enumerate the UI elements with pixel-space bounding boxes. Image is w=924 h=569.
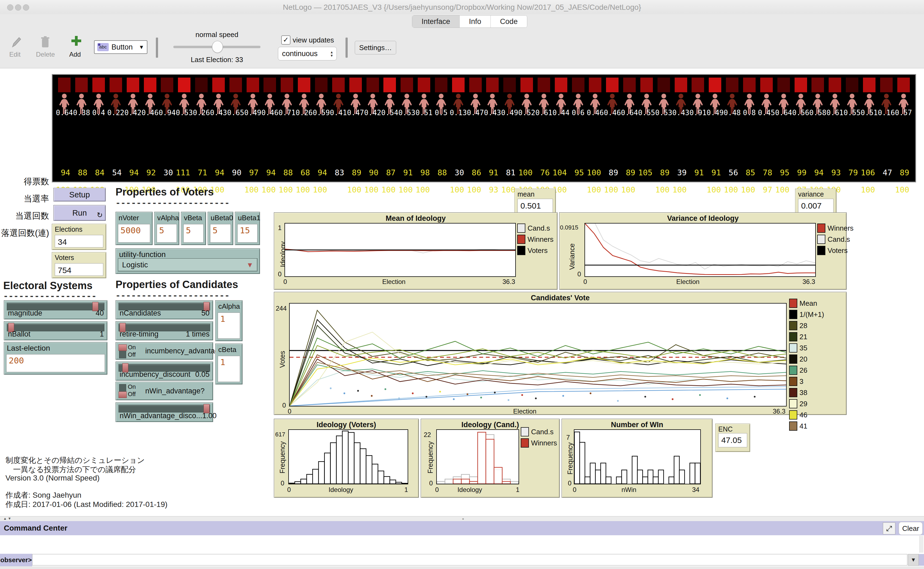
votes-row-label: 得票数 <box>0 176 49 187</box>
input-value[interactable]: 1 <box>218 356 240 382</box>
incumbency-advantage-switch[interactable]: On Off incumbency_advantage? <box>116 342 213 360</box>
legend-swatch <box>817 246 825 255</box>
legend-swatch <box>517 224 525 233</box>
command-input-field[interactable] <box>32 554 907 566</box>
party-square <box>349 78 362 92</box>
ubeta1-input[interactable]: uBeta1 15 <box>235 212 260 245</box>
cbeta-input[interactable]: cBeta 1 <box>215 344 242 385</box>
candidate-column: 0.51 <box>416 78 433 117</box>
plot-canvas <box>288 429 408 484</box>
tab-info[interactable]: Info <box>460 15 491 27</box>
legend-swatch <box>789 299 797 308</box>
votes-row: 9488845494923011171949097948868948389908… <box>56 168 912 177</box>
history-dropdown-button[interactable]: ▼ <box>908 554 919 566</box>
candidate-column: 0.52 <box>518 78 535 117</box>
switch-on-off-words: On Off <box>128 383 136 398</box>
input-value[interactable]: 5 <box>183 224 204 243</box>
slider-value: 1 <box>100 330 104 338</box>
delete-trash-icon[interactable] <box>40 35 51 49</box>
party-square <box>794 78 807 92</box>
party-square <box>897 78 910 92</box>
vote-share-label: 0.64 <box>56 109 73 117</box>
clear-button[interactable]: Clear <box>899 522 922 535</box>
scrollbar-track[interactable] <box>919 536 924 553</box>
edit-pencil-icon[interactable] <box>11 36 22 49</box>
calpha-input[interactable]: cAlpha 1 <box>215 300 242 341</box>
run-button[interactable]: Run ↻ <box>53 205 106 221</box>
input-value[interactable]: 15 <box>237 224 258 243</box>
setup-button[interactable]: Setup <box>53 188 106 201</box>
nballot-slider[interactable]: nBallot1 <box>4 321 107 340</box>
vote-share-label: 0.53 <box>398 109 416 117</box>
switch-handle[interactable] <box>119 344 127 351</box>
incumbency-discount-slider[interactable]: incumbency_discount0.05 <box>116 362 213 380</box>
update-mode-dropdown[interactable]: continuous ▴▾ <box>278 47 337 61</box>
y-axis-label: Variance <box>568 243 576 270</box>
view-updates-label: view updates <box>293 36 334 44</box>
slider-label: retire-timing <box>120 330 159 338</box>
party-square <box>469 78 482 92</box>
party-square <box>127 78 139 92</box>
add-plus-icon[interactable] <box>70 35 82 47</box>
widget-type-dropdown[interactable]: abc Button ▼ <box>94 40 148 54</box>
speed-slider-thumb[interactable] <box>212 41 223 53</box>
legend-label: Winners <box>528 235 553 243</box>
ubeta0-input[interactable]: uBeta0 5 <box>207 212 233 245</box>
switch-handle[interactable] <box>119 391 127 398</box>
expand-icon-button[interactable]: ⤢ <box>883 522 895 534</box>
candidate-column: 0.53 <box>655 78 672 117</box>
input-value[interactable]: 200 <box>6 354 105 372</box>
stepper-arrows-icon: ▴▾ <box>331 50 333 57</box>
nwin-advantage-discount-slider[interactable]: nWin_advantage_disco...1.00 <box>116 402 213 422</box>
utility-function-chooser[interactable]: utility-function Logistic ▼ <box>116 248 260 274</box>
edit-button-label[interactable]: Edit <box>9 51 20 58</box>
candidate-column: 0.56 <box>792 78 809 117</box>
slider-label: nWin_advantage_disco... <box>120 412 202 420</box>
cell-value: 100 <box>261 185 279 195</box>
command-center-output[interactable] <box>0 535 924 554</box>
splitter-up-arrow-icon[interactable]: ▲ <box>3 516 7 520</box>
candidate-column: 0.64 <box>621 78 638 117</box>
input-value[interactable]: 5 <box>157 224 177 243</box>
splitter-down-arrow-icon[interactable]: ▼ <box>8 516 11 520</box>
splitter-grip-icon[interactable]: ● <box>462 517 464 521</box>
view-updates-checkbox[interactable]: ✓ <box>281 35 290 45</box>
vote-share-label: 0.48 <box>724 109 741 117</box>
cell-value: 106 <box>860 168 878 177</box>
nvoter-input[interactable]: nVoter 5000 <box>116 212 152 245</box>
off-word: Off <box>128 351 136 358</box>
nwin-advantage-switch[interactable]: On Off nWin_advantage? <box>116 382 213 400</box>
input-value[interactable]: 5 <box>210 224 231 243</box>
magnitude-slider[interactable]: magnitude40 <box>4 300 107 319</box>
observer-prompt[interactable]: observer> <box>0 554 32 566</box>
voters-monitor: Voters 754 <box>52 252 106 278</box>
last-election-input[interactable]: Last-election 200 <box>4 342 107 374</box>
delete-button-label[interactable]: Delete <box>36 51 55 58</box>
chooser-field[interactable]: Logistic ▼ <box>118 259 258 271</box>
tab-interface[interactable]: Interface <box>412 15 460 27</box>
cell-value: 50 <box>227 185 244 195</box>
valpha-input[interactable]: vAlpha 5 <box>154 212 179 245</box>
cell-value: 91 <box>484 168 501 177</box>
settings-button[interactable]: Settings… <box>355 41 396 55</box>
slider-label: nBallot <box>8 330 30 338</box>
cell-value: 54 <box>107 168 125 177</box>
splitter-bar[interactable]: ▲ ▼ ● <box>0 516 924 522</box>
ideology-voters-histogram: Ideology (Voters) 617 Frequency 0 0 Ideo… <box>274 419 419 497</box>
world-view: 0.640.380.40.220.420.460.940.530.260.430… <box>52 74 916 183</box>
wins-row-label: 当選回数 <box>0 210 49 222</box>
party-square <box>212 78 225 92</box>
command-center-title: Command Center <box>4 524 67 532</box>
input-value[interactable]: 1 <box>218 313 240 339</box>
candidate-column: 0.43 <box>210 78 227 117</box>
ncandidates-slider[interactable]: nCandidates50 <box>116 300 213 319</box>
input-value[interactable]: 5000 <box>118 224 150 243</box>
add-button-label[interactable]: Add <box>69 51 81 58</box>
candidate-column: 0.46 <box>261 78 279 117</box>
candidate-column: 0.51 <box>860 78 878 117</box>
tab-code[interactable]: Code <box>491 15 527 27</box>
switch-on-off-words: On Off <box>128 344 136 358</box>
party-square <box>58 78 70 92</box>
retire-timing-slider[interactable]: retire-timing1 times <box>116 321 213 340</box>
vbeta-input[interactable]: vBeta 5 <box>181 212 206 245</box>
